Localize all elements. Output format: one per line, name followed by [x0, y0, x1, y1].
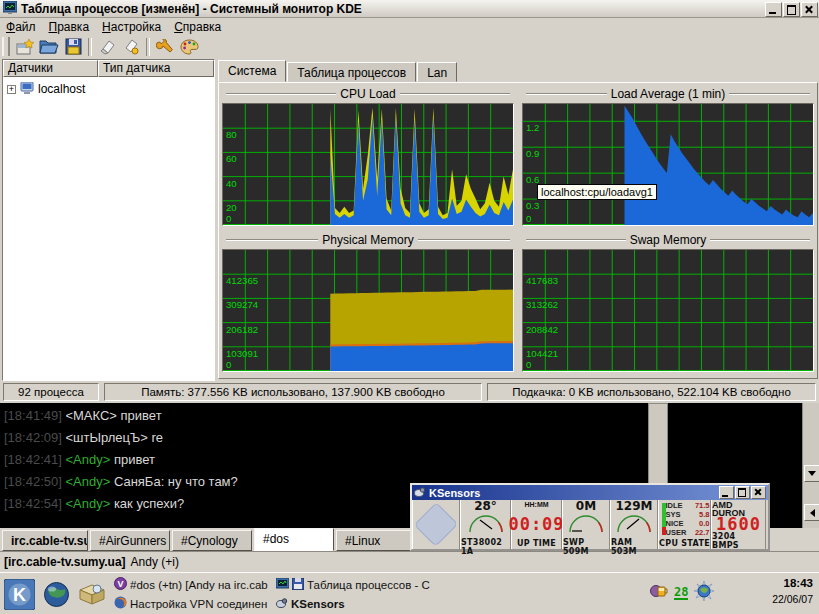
svg-text:0: 0 [526, 213, 532, 224]
task-item-2[interactable]: Настройка VPN соединен [112, 594, 274, 613]
configure-wrench-button[interactable] [153, 36, 177, 57]
ksensors-titlebar[interactable]: KSensors [412, 485, 768, 500]
sysmon-titlebar[interactable]: Таблица процессов [изменён] - Системный … [0, 0, 819, 18]
uptime-value: 00:09 [508, 517, 564, 532]
network-globe-icon[interactable] [694, 581, 714, 605]
package-button[interactable] [76, 578, 108, 610]
cpu-state-name: SYS [666, 511, 681, 519]
sensor-browser-header: Датчики Тип датчика [3, 60, 214, 77]
svg-text:0: 0 [226, 359, 232, 370]
svg-text:206182: 206182 [226, 323, 258, 334]
irc-tab-2[interactable]: #Cynology [172, 530, 252, 551]
clock[interactable]: 18:43 22/06/07 [772, 577, 813, 605]
eraser-button[interactable] [95, 36, 119, 57]
status-process-count: 92 процесса [3, 383, 99, 401]
gauge-value: 28° [474, 501, 497, 512]
save-worksheet-button[interactable] [61, 36, 85, 57]
toolbar-grip[interactable] [2, 37, 10, 56]
irc-user-modes: Andy (+i) [131, 555, 179, 569]
svg-text:313262: 313262 [526, 299, 558, 310]
ksensors-icon [276, 595, 288, 613]
statusbar: 92 процесса Память: 377.556 KB использов… [0, 381, 819, 403]
ksensors-panel-model: AMD DURON16003204 BMPS [711, 500, 766, 549]
irc-tab-4[interactable]: #Linux [336, 530, 414, 551]
column-header-sensors[interactable]: Датчики [3, 60, 98, 77]
bogomips-label: 3204 BMPS [712, 532, 765, 550]
ksensors-app-icon [414, 484, 426, 502]
cpu-load-title: CPU Load [222, 87, 514, 101]
menu-item-0[interactable]: Файл [4, 19, 43, 35]
swap-memory-title-text: Swap Memory [630, 233, 707, 247]
tab-2[interactable]: Lan [417, 62, 457, 82]
close-button[interactable] [751, 486, 766, 499]
uptime-caption: HH:MM [524, 501, 548, 509]
maximize-button[interactable] [735, 486, 750, 499]
menu-item-2[interactable]: Настройка [100, 19, 168, 35]
task-label: KSensors [291, 598, 345, 610]
toolbar [0, 35, 819, 58]
column-header-sensor-type[interactable]: Тип датчика [98, 60, 214, 77]
tree-item-localhost[interactable]: + localhost [3, 77, 214, 98]
window-title: Таблица процессов [изменён] - Системный … [21, 2, 362, 16]
message-timestamp: [18:42:09] [4, 430, 65, 445]
scroll-down-button[interactable] [804, 465, 819, 482]
menu-item-1[interactable]: Правка [47, 19, 97, 35]
toolbar-separator [146, 38, 150, 56]
tab-0[interactable]: Система [218, 60, 286, 82]
gauge-value: 129M [616, 501, 653, 512]
menu-item-3[interactable]: Справка [172, 19, 228, 35]
svg-text:104421: 104421 [526, 348, 558, 359]
sysmon-window-buttons [765, 2, 818, 17]
gauge-dial-icon [566, 512, 606, 538]
message-nick: <Andy> [65, 496, 113, 511]
task-item-1[interactable]: Таблица процессов - С [274, 575, 454, 594]
maximize-button[interactable] [783, 2, 800, 17]
message-text: привет [114, 452, 155, 467]
cpu-state-value: 71.5 [695, 502, 710, 510]
cpu-state-label: CPU STATE [659, 539, 710, 548]
new-worksheet-button[interactable] [13, 36, 37, 57]
physical-memory-title: Physical Memory [222, 233, 514, 247]
message-text: привет [121, 408, 162, 423]
minimize-button[interactable] [765, 2, 782, 17]
svg-text:0.9: 0.9 [526, 148, 539, 159]
style-palette-button[interactable] [177, 36, 201, 57]
taskbar: K V#dos (+tn) [Andy на irc.cabТаблица пр… [0, 572, 819, 614]
load-average-title-text: Load Average (1 min) [611, 87, 726, 101]
swap-memory-plot: 4176833132622088421044210 [522, 249, 814, 372]
minimize-button[interactable] [719, 486, 734, 499]
floppy-icon [292, 576, 304, 594]
tree-expander-icon[interactable]: + [7, 85, 16, 94]
kteatime-icon[interactable] [650, 583, 668, 604]
irc-nicklist-scrollbar[interactable] [802, 403, 819, 528]
cpu-state-row: USER22.7 [666, 529, 710, 537]
browser-globe-button[interactable] [40, 578, 72, 610]
irc-tab-3[interactable]: #dos [254, 528, 334, 551]
chat-message-1: [18:42:09] <штЫрлецЪ> re [0, 427, 648, 449]
task-item-0[interactable]: V#dos (+tn) [Andy на irc.cab [112, 575, 274, 594]
task-item-3[interactable]: KSensors [274, 594, 454, 613]
status-swap: Подкачка: 0 KB использовано, 522.104 KB … [487, 383, 816, 401]
desktop: Таблица процессов [изменён] - Системный … [0, 0, 819, 614]
ksensors-panel-clock: HH:MM00:09UP TIME [511, 500, 562, 549]
tab-1[interactable]: Таблица процессов [287, 62, 416, 82]
close-button[interactable] [801, 2, 818, 17]
load-average-plot: 1.20.90.60.30 [522, 103, 814, 226]
scroll-left-button[interactable] [804, 504, 819, 521]
message-timestamp: [18:42:41] [4, 452, 65, 467]
system-tray: 28 [650, 581, 714, 605]
load-average-title: Load Average (1 min) [522, 87, 814, 101]
eraser-all-button[interactable] [119, 36, 143, 57]
cpu-usage-bar-icon [662, 503, 666, 535]
kmenu-button[interactable]: K [3, 578, 35, 610]
tray-temperature[interactable]: 28 [674, 586, 688, 600]
open-worksheet-button[interactable] [37, 36, 61, 57]
gauge-value: 0M [576, 501, 596, 512]
message-text: как успехи? [114, 496, 184, 511]
irc-tab-1[interactable]: #AirGunners [90, 530, 170, 551]
tree-item-label: localhost [38, 82, 85, 96]
irc-tab-0[interactable]: irc.cable-tv.su [2, 530, 88, 551]
task-label: Таблица процессов - С [307, 579, 430, 591]
svg-text:60: 60 [226, 153, 237, 164]
sensor-tooltip: localhost:cpu/loadavg1 [537, 184, 657, 200]
